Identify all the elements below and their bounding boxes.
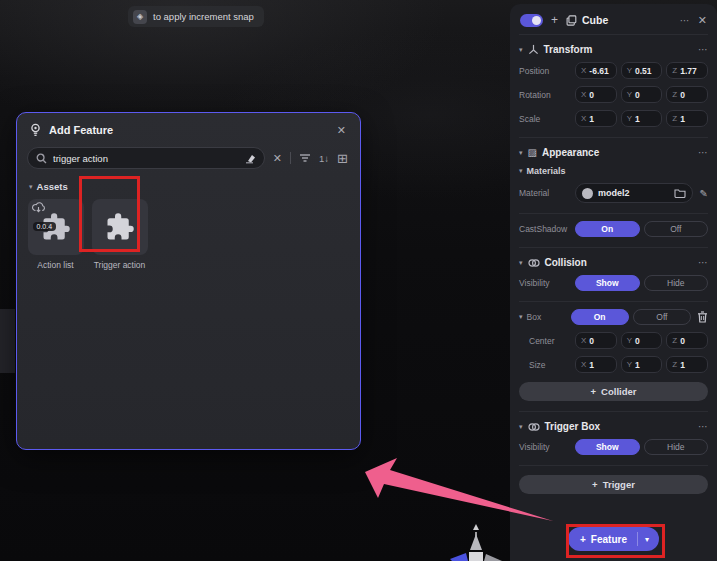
axis-label: Z <box>672 336 677 345</box>
folder-icon[interactable] <box>674 188 686 198</box>
axis-label: Z <box>672 66 677 75</box>
panel-toggle-switch[interactable] <box>520 14 543 27</box>
size-y-field[interactable]: Y1 <box>621 356 663 373</box>
tooltip-text: to apply increment snap <box>153 11 254 22</box>
add-feature-button[interactable]: + Feature ▾ <box>568 527 659 551</box>
row-label: Box <box>527 312 571 322</box>
chevron-down-icon[interactable]: ▾ <box>519 423 523 431</box>
scale-x-field[interactable]: X1 <box>575 110 617 127</box>
edit-material-icon[interactable]: ✎ <box>700 188 708 199</box>
section-menu-icon[interactable]: ⋯ <box>698 257 708 268</box>
row-label: Visibility <box>519 278 575 288</box>
scale-y-field[interactable]: Y1 <box>621 110 663 127</box>
transform-section-header[interactable]: ▾ Transform ⋯ <box>519 44 708 55</box>
delete-collider-icon[interactable] <box>697 311 708 323</box>
position-x-field[interactable]: X-6.61 <box>575 62 617 79</box>
center-y-field[interactable]: Y0 <box>621 332 663 349</box>
field-value: 1 <box>589 114 594 124</box>
axes-icon <box>528 44 539 55</box>
center-z-field[interactable]: Z0 <box>666 332 708 349</box>
collision-icon <box>528 258 540 268</box>
section-title: Transform <box>544 44 693 55</box>
viewport-3d[interactable]: ◈ to apply increment snap Add Feature ✕ <box>0 0 717 561</box>
chevron-down-icon[interactable]: ▾ <box>519 313 523 321</box>
asset-card-trigger-action[interactable]: Trigger action <box>91 199 148 270</box>
castshadow-on-button[interactable]: On <box>575 221 640 237</box>
collision-section-header[interactable]: ▾ Collision ⋯ <box>519 257 708 268</box>
axis-label: Z <box>672 114 677 123</box>
scale-z-field[interactable]: Z1 <box>666 110 708 127</box>
cube-icon <box>566 15 577 26</box>
selected-object-title: Cube <box>582 14 608 26</box>
collision-hide-button[interactable]: Hide <box>644 275 709 291</box>
field-value: 0 <box>680 90 685 100</box>
assets-section-label: Assets <box>37 181 68 192</box>
panel-close-button[interactable]: ✕ <box>698 15 707 26</box>
chevron-down-icon[interactable]: ▾ <box>29 183 33 191</box>
position-z-field[interactable]: Z1.77 <box>666 62 708 79</box>
size-z-field[interactable]: Z1 <box>666 356 708 373</box>
center-x-field[interactable]: X0 <box>575 332 617 349</box>
section-menu-icon[interactable]: ⋯ <box>698 44 708 55</box>
material-row: Material model2 ✎ <box>519 183 708 203</box>
field-value: 1 <box>635 360 640 370</box>
rotation-z-field[interactable]: Z0 <box>666 86 708 103</box>
panel-menu-icon[interactable]: ⋯ <box>680 15 690 26</box>
axis-label: X <box>581 90 586 99</box>
asset-card-action-list[interactable]: 0.0.4 Action list <box>27 199 84 270</box>
trigger-box-section-header[interactable]: ▾ Trigger Box ⋯ <box>519 421 708 432</box>
field-value: 1.77 <box>680 66 697 76</box>
material-selector[interactable]: model2 <box>575 183 693 203</box>
collision-show-button[interactable]: Show <box>575 275 640 291</box>
trigger-show-button[interactable]: Show <box>575 439 640 455</box>
box-off-button[interactable]: Off <box>633 309 691 325</box>
material-swatch <box>582 188 593 199</box>
add-trigger-button[interactable]: + Trigger <box>519 475 708 494</box>
add-component-button[interactable]: + <box>551 13 558 27</box>
grid-view-icon[interactable]: ⊞ <box>337 151 348 166</box>
search-input-container <box>27 147 265 169</box>
axis-label: X <box>581 66 586 75</box>
axis-label: Z <box>672 360 677 369</box>
row-label: Center <box>529 336 575 346</box>
search-input[interactable] <box>53 153 238 164</box>
add-collider-button[interactable]: + Collider <box>519 382 708 401</box>
castshadow-off-button[interactable]: Off <box>644 221 709 237</box>
field-value: 0 <box>680 336 685 346</box>
modifier-key-icon: ◈ <box>133 10 147 24</box>
filter-icon[interactable] <box>299 153 311 163</box>
section-title: Appearance <box>542 147 693 158</box>
search-clear-button[interactable]: ✕ <box>273 153 282 164</box>
section-title: Trigger Box <box>545 421 693 432</box>
chevron-down-icon[interactable]: ▾ <box>519 259 523 267</box>
row-label: Position <box>519 66 575 76</box>
box-on-button[interactable]: On <box>571 309 629 325</box>
plus-icon: + <box>591 386 597 397</box>
position-y-field[interactable]: Y0.51 <box>621 62 663 79</box>
appearance-section-header[interactable]: ▾ ▨ Appearance ⋯ <box>519 147 708 158</box>
section-menu-icon[interactable]: ⋯ <box>698 147 708 158</box>
trigger-box-icon <box>528 422 540 432</box>
chevron-down-icon[interactable]: ▾ <box>519 46 523 54</box>
row-label: Rotation <box>519 90 575 100</box>
chevron-down-icon[interactable]: ▾ <box>519 149 523 157</box>
eraser-icon[interactable] <box>244 153 256 164</box>
row-label: Visibility <box>519 442 575 452</box>
section-divider <box>519 247 708 248</box>
search-icon <box>36 153 47 164</box>
rotation-y-field[interactable]: Y0 <box>621 86 663 103</box>
field-value: 1 <box>680 114 685 124</box>
modal-close-button[interactable]: ✕ <box>337 125 346 136</box>
rotation-x-field[interactable]: X0 <box>575 86 617 103</box>
size-x-field[interactable]: X1 <box>575 356 617 373</box>
position-row: Position X-6.61 Y0.51 Z1.77 <box>519 62 708 79</box>
translate-gizmo[interactable] <box>448 520 518 561</box>
inspector-panel: + Cube ⋯ ✕ ▾ Transform ⋯ Position X-6. <box>510 4 717 561</box>
trigger-hide-button[interactable]: Hide <box>644 439 709 455</box>
section-menu-icon[interactable]: ⋯ <box>698 421 708 432</box>
chevron-down-icon[interactable]: ▾ <box>645 535 655 544</box>
sort-icon[interactable]: 1↓ <box>319 153 329 164</box>
row-label: Scale <box>519 114 575 124</box>
asset-name: Trigger action <box>94 260 146 270</box>
chevron-down-icon[interactable]: ▾ <box>519 167 523 175</box>
